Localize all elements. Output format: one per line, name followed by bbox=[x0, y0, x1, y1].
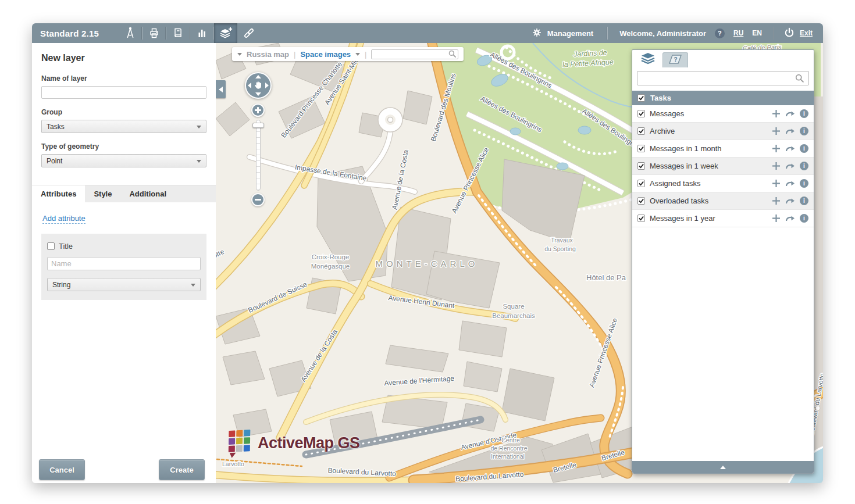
help-button[interactable]: ? bbox=[715, 28, 725, 38]
info-icon[interactable]: i bbox=[800, 179, 808, 188]
tab-style[interactable]: Style bbox=[85, 185, 120, 202]
add-icon[interactable] bbox=[771, 145, 781, 152]
add-layer-button[interactable] bbox=[214, 23, 237, 43]
chevron-down-icon[interactable] bbox=[237, 53, 242, 56]
info-icon[interactable]: i bbox=[800, 162, 808, 170]
attribute-type-select[interactable]: String bbox=[47, 278, 201, 291]
print-button[interactable] bbox=[142, 23, 166, 43]
layer-checkbox[interactable] bbox=[637, 197, 645, 205]
journal-button[interactable] bbox=[166, 23, 190, 43]
map-attribution: ActiveMap GS bbox=[229, 430, 360, 456]
svg-text:International: International bbox=[491, 453, 525, 460]
add-icon[interactable] bbox=[771, 180, 781, 187]
zoom-slider-handle[interactable] bbox=[252, 123, 264, 128]
goto-icon[interactable] bbox=[785, 162, 795, 170]
layer-label: Assigned tasks bbox=[650, 179, 767, 188]
info-icon[interactable]: i bbox=[800, 214, 808, 223]
zoom-slider[interactable] bbox=[256, 120, 261, 191]
layer-row[interactable]: Messages in 1 year i bbox=[632, 210, 814, 227]
layers-icon bbox=[640, 52, 656, 67]
tab-additional[interactable]: Additional bbox=[120, 185, 175, 202]
add-icon[interactable] bbox=[771, 215, 781, 222]
svg-text:du Sporting: du Sporting bbox=[544, 245, 576, 252]
exit-button[interactable]: Exit bbox=[774, 27, 823, 40]
goto-icon[interactable] bbox=[785, 197, 795, 205]
group-label: Tasks bbox=[650, 94, 671, 102]
layer-checkbox[interactable] bbox=[637, 127, 645, 135]
basemap-select[interactable]: Russia map bbox=[247, 50, 289, 59]
info-icon[interactable]: i bbox=[800, 144, 808, 153]
chevron-down-icon bbox=[197, 126, 201, 128]
layer-checkbox[interactable] bbox=[637, 110, 645, 117]
add-icon[interactable] bbox=[771, 197, 781, 205]
add-icon[interactable] bbox=[771, 162, 781, 170]
share-button[interactable] bbox=[237, 23, 261, 43]
pan-control[interactable] bbox=[245, 72, 272, 99]
measure-tool-button[interactable] bbox=[119, 23, 142, 43]
title-checkbox[interactable] bbox=[47, 242, 55, 250]
layer-checkbox[interactable] bbox=[637, 162, 645, 170]
chevron-left-icon bbox=[219, 87, 223, 92]
info-icon[interactable]: i bbox=[800, 127, 808, 135]
cancel-button[interactable]: Cancel bbox=[39, 459, 85, 480]
management-button[interactable]: Management bbox=[518, 27, 607, 40]
tab-layers[interactable] bbox=[635, 51, 661, 67]
svg-text:Centre: Centre bbox=[501, 437, 520, 444]
gear-icon bbox=[532, 27, 542, 40]
chevron-down-icon bbox=[191, 284, 195, 287]
map-search-input[interactable] bbox=[371, 49, 458, 59]
zoom-out-button[interactable] bbox=[251, 193, 265, 206]
layer-list: Messages i Archive i Messages in 1 month bbox=[632, 105, 814, 227]
layer-row[interactable]: Overloaded tasks i bbox=[632, 192, 814, 210]
layer-checkbox[interactable] bbox=[637, 215, 645, 222]
search-icon bbox=[795, 74, 804, 83]
overlay-select[interactable]: Space images bbox=[300, 50, 351, 59]
lang-en-button[interactable]: EN bbox=[752, 29, 762, 37]
link-icon bbox=[243, 27, 255, 40]
group-select[interactable]: Tasks bbox=[41, 120, 206, 133]
tab-attributes[interactable]: Attributes bbox=[32, 185, 85, 202]
add-icon[interactable] bbox=[771, 127, 781, 135]
group-select-value: Tasks bbox=[47, 123, 65, 131]
add-icon[interactable] bbox=[771, 110, 781, 117]
layers-plus-icon bbox=[219, 27, 233, 40]
goto-icon[interactable] bbox=[785, 180, 795, 187]
layer-row[interactable]: Assigned tasks i bbox=[632, 175, 814, 192]
title-checkbox-label: Title bbox=[59, 242, 73, 251]
geometry-select[interactable]: Point bbox=[41, 154, 206, 167]
add-attribute-link[interactable]: Add attribute bbox=[42, 214, 86, 224]
pan-down-icon bbox=[255, 92, 261, 96]
layer-row[interactable]: Messages i bbox=[632, 105, 814, 123]
layer-row[interactable]: Messages in 1 month i bbox=[632, 140, 814, 158]
zoom-in-button[interactable] bbox=[251, 103, 265, 117]
layer-row[interactable]: Messages in 1 week i bbox=[632, 158, 814, 175]
panel-collapse-button[interactable] bbox=[632, 461, 814, 473]
map-area: Boulevard Princesse Charlotte Boulevard … bbox=[216, 43, 823, 483]
svg-text:Croix-Rouge: Croix-Rouge bbox=[312, 253, 350, 260]
statistics-button[interactable] bbox=[190, 23, 213, 43]
svg-text:Larvotto: Larvotto bbox=[222, 460, 244, 467]
attribute-name-input[interactable] bbox=[47, 257, 201, 270]
create-button[interactable]: Create bbox=[159, 459, 205, 480]
chevron-down-icon[interactable] bbox=[355, 53, 360, 56]
separator: | bbox=[294, 50, 295, 59]
goto-icon[interactable] bbox=[785, 215, 795, 222]
goto-icon[interactable] bbox=[785, 110, 795, 117]
info-icon[interactable]: i bbox=[800, 109, 808, 118]
svg-text:Beaumarchais: Beaumarchais bbox=[492, 312, 535, 319]
lang-ru-button[interactable]: RU bbox=[733, 29, 743, 37]
layer-row[interactable]: Archive i bbox=[632, 123, 814, 140]
layers-search-input[interactable] bbox=[637, 71, 809, 85]
group-checkbox[interactable] bbox=[637, 94, 645, 102]
collapse-panel-button[interactable] bbox=[216, 80, 226, 98]
layer-checkbox[interactable] bbox=[637, 145, 645, 152]
tab-map-legend[interactable]: ? bbox=[662, 52, 688, 67]
activemap-logo-icon bbox=[229, 430, 252, 456]
svg-text:Travaux: Travaux bbox=[551, 237, 573, 244]
goto-icon[interactable] bbox=[785, 127, 795, 135]
layer-checkbox[interactable] bbox=[637, 180, 645, 187]
info-icon[interactable]: i bbox=[800, 196, 808, 205]
road-dot bbox=[815, 406, 820, 410]
goto-icon[interactable] bbox=[785, 145, 795, 152]
layer-name-input[interactable] bbox=[41, 86, 206, 99]
